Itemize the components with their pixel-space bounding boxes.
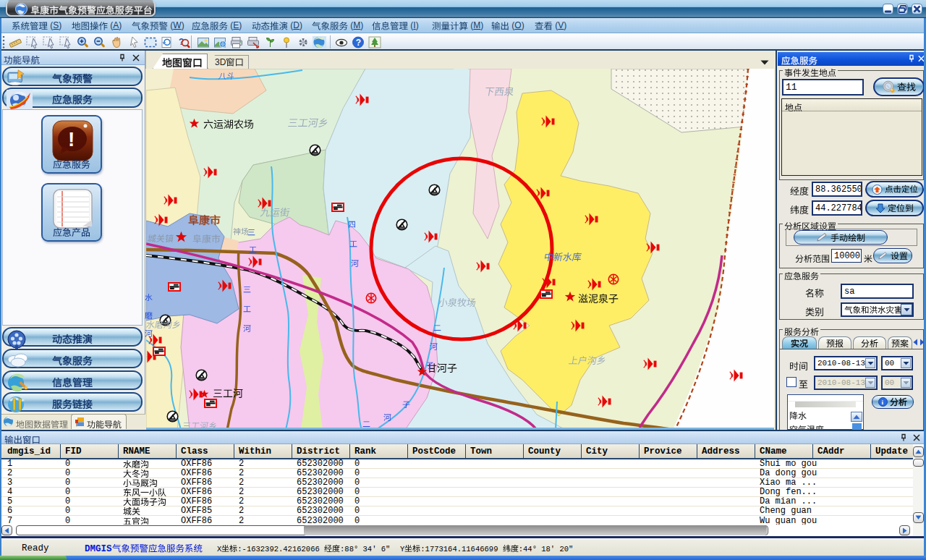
svg-text:?: ? <box>356 38 361 48</box>
svg-text:!: ! <box>68 128 75 150</box>
